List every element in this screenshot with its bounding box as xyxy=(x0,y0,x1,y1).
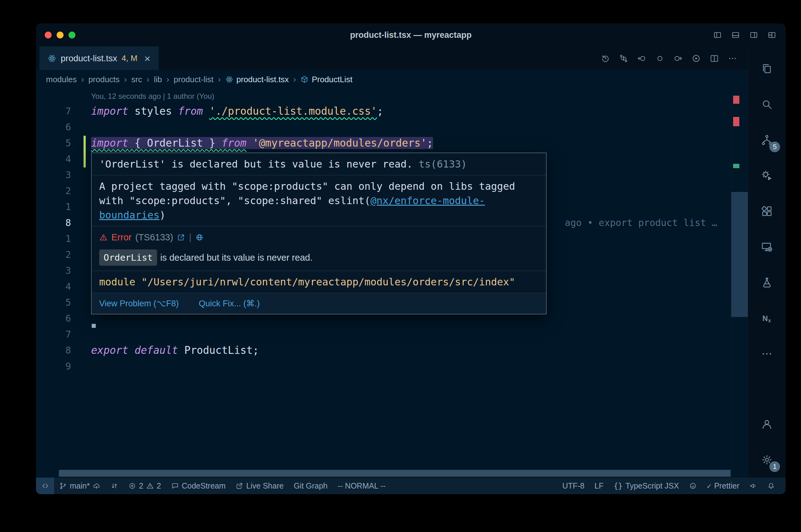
beaker-icon xyxy=(761,277,773,288)
code-line[interactable]: 7 xyxy=(36,326,729,342)
status-branch[interactable]: main* xyxy=(54,478,106,494)
sync-arrows-icon xyxy=(110,482,118,490)
horizontal-scrollbar-thumb[interactable] xyxy=(59,470,731,477)
hover-diagnostic-eslint: A project tagged with "scope:products" c… xyxy=(92,175,546,226)
code-token: styles xyxy=(128,105,178,117)
code-line[interactable]: 8export default ProductList; xyxy=(36,342,729,358)
status-problems[interactable]: 22 xyxy=(123,478,166,494)
activity-explorer[interactable] xyxy=(748,51,786,87)
icon-separator: | xyxy=(189,230,192,244)
activity-settings[interactable]: 1 xyxy=(748,442,786,478)
status-bell[interactable] xyxy=(762,478,780,494)
breadcrumb-separator: › xyxy=(218,74,221,84)
git-branch-icon xyxy=(59,482,67,490)
open-external-icon[interactable] xyxy=(177,233,185,242)
line-number: 2 xyxy=(36,183,71,199)
timeline-icon[interactable] xyxy=(601,54,610,63)
titlebar: product-list.tsx — myreactapp xyxy=(36,23,786,46)
activity-more-views[interactable] xyxy=(748,336,786,372)
nav-back-icon[interactable] xyxy=(637,54,647,63)
code-editor[interactable]: You, 12 seconds ago | 1 author (You) 7im… xyxy=(36,89,748,478)
screen: product-list.tsx — myreactapp product-li… xyxy=(0,0,801,532)
split-editor-icon[interactable] xyxy=(710,54,719,63)
activity-accounts[interactable] xyxy=(748,406,786,442)
record-icon[interactable] xyxy=(655,54,665,63)
status-liveshare[interactable]: Live Share xyxy=(231,478,289,494)
activity-run-debug[interactable] xyxy=(748,158,786,193)
breadcrumb-item-modules[interactable]: modules xyxy=(46,75,77,84)
activity-nx-console[interactable]: Nx xyxy=(748,300,786,336)
minimize-window-button[interactable] xyxy=(57,32,63,38)
main-area: product-list.tsx 4, M × modules›products… xyxy=(36,46,786,478)
close-window-button[interactable] xyxy=(45,32,52,38)
status-codestream[interactable]: CodeStream xyxy=(166,478,231,494)
nav-forward-icon[interactable] xyxy=(673,54,683,63)
status-feedback[interactable] xyxy=(684,478,702,494)
breadcrumb-item-product-list.tsx[interactable]: product-list.tsx xyxy=(225,75,289,84)
layout-sidebar-right-icon[interactable] xyxy=(749,31,758,39)
gitlens-inline-blame: ago • export product list … xyxy=(565,215,717,231)
svg-text:x: x xyxy=(768,318,771,323)
status-label: Git Graph xyxy=(294,481,328,490)
status-language[interactable]: {}TypeScript JSX xyxy=(608,478,684,494)
compare-changes-icon[interactable] xyxy=(619,54,628,63)
status-remote[interactable] xyxy=(36,478,54,494)
tab-product-list[interactable]: product-list.tsx 4, M × xyxy=(39,46,159,70)
line-number: 6 xyxy=(36,310,71,326)
traffic-lights xyxy=(36,32,75,38)
run-icon[interactable] xyxy=(691,54,701,63)
layout-panel-icon[interactable] xyxy=(731,31,740,39)
hover-resize-handle[interactable] xyxy=(92,324,96,328)
zoom-window-button[interactable] xyxy=(69,32,75,38)
activity-extensions[interactable] xyxy=(748,193,786,229)
activity-testing[interactable] xyxy=(748,265,786,300)
code-line[interactable]: 7import styles from './product-list.modu… xyxy=(36,103,729,119)
activity-remote-explorer[interactable] xyxy=(748,229,786,265)
code-token: from xyxy=(178,105,203,117)
vertical-scrollbar-thumb[interactable] xyxy=(731,192,748,317)
breadcrumb-item-products[interactable]: products xyxy=(89,75,120,84)
breadcrumb-item-product-list[interactable]: product-list xyxy=(174,75,213,84)
symbol-chip: OrderList xyxy=(99,249,157,266)
overview-ruler[interactable] xyxy=(731,89,748,478)
git-modified-gutter-marker xyxy=(84,136,86,168)
remote-explorer-icon xyxy=(761,241,773,253)
code-token: } xyxy=(203,137,222,149)
more-actions-icon[interactable] xyxy=(728,54,737,63)
code-token: default xyxy=(134,344,178,356)
quick-fix-action[interactable]: Quick Fix... (⌘.) xyxy=(199,296,260,311)
breadcrumb-item-lib[interactable]: lib xyxy=(154,75,162,84)
status-label: 2 xyxy=(157,481,161,490)
bell-icon xyxy=(767,482,775,490)
overview-error-marker xyxy=(733,117,739,126)
tab-close-button[interactable]: × xyxy=(144,53,150,64)
breadcrumb-item-ProductList[interactable]: ProductList xyxy=(301,75,352,84)
activity-search[interactable] xyxy=(748,87,786,122)
code-line[interactable]: 6 xyxy=(36,119,729,135)
code-line-content: import styles from './product-list.modul… xyxy=(91,103,383,119)
status-prettier[interactable]: ✓Prettier xyxy=(702,478,744,494)
line-number: 2 xyxy=(36,247,71,263)
breadcrumb-label: product-list.tsx xyxy=(237,75,289,84)
breadcrumb-item-src[interactable]: src xyxy=(131,75,142,84)
more-icon xyxy=(761,348,773,360)
activity-source-control[interactable]: 5 xyxy=(748,122,786,158)
layout-sidebar-left-icon[interactable] xyxy=(713,31,722,39)
eslint-message-end: ) xyxy=(160,209,165,221)
view-problem-action[interactable]: View Problem (⌥F8) xyxy=(99,296,179,311)
line-number: 4 xyxy=(36,151,71,167)
status-encoding[interactable]: UTF-8 xyxy=(557,478,589,494)
docs-globe-icon[interactable] xyxy=(195,233,204,242)
status-eol[interactable]: LF xyxy=(589,478,608,494)
error-severity-label: Error xyxy=(111,230,131,244)
status-gitgraph[interactable]: Git Graph xyxy=(289,478,333,494)
status-sync[interactable] xyxy=(106,478,123,494)
breadcrumb-label: product-list xyxy=(174,75,213,84)
code-line[interactable]: 9 xyxy=(36,358,729,374)
code-line[interactable]: 5import { OrderList } from '@myreactapp/… xyxy=(36,135,729,151)
status-vim-mode[interactable]: -- NORMAL -- xyxy=(333,478,390,494)
layout-grid-icon[interactable] xyxy=(767,31,776,39)
status-announcement[interactable] xyxy=(744,478,762,494)
status-prettier-glyph: ✓ xyxy=(707,482,711,490)
error-severity-icon xyxy=(99,233,108,242)
